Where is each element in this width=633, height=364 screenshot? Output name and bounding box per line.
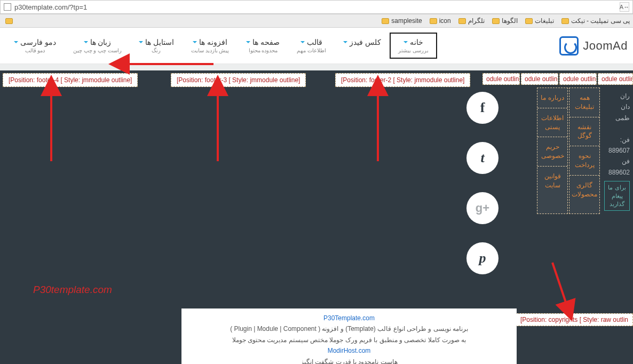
- footer-link[interactable]: همه تبلیغات: [569, 88, 599, 117]
- info-line: فن:: [604, 134, 630, 145]
- bookmarks-bar: پی سی تمپلیت - تیکت تبلیغات الگوها تلگرا…: [0, 14, 633, 28]
- bookmark-item[interactable]: پی سی تمپلیت - تیکت: [561, 17, 630, 25]
- chevron-down-icon: [403, 41, 408, 43]
- copyright-link[interactable]: ModirHost.com: [190, 345, 508, 356]
- footer-link[interactable]: قوانین سایت: [537, 167, 567, 195]
- nav-label: خانه: [410, 38, 423, 46]
- folder-icon[interactable]: [5, 18, 13, 24]
- footer-link[interactable]: نحوه پرداخت: [569, 146, 599, 176]
- footer-link[interactable]: اطلاعات پستی: [537, 108, 567, 138]
- nav-label: قالب: [307, 38, 322, 46]
- chevron-down-icon: [246, 41, 250, 43]
- folder-icon: [458, 18, 466, 24]
- svg-line-4: [552, 263, 567, 305]
- chevron-down-icon: [193, 41, 197, 43]
- bookmark-label: icon: [439, 17, 451, 25]
- copyright-link[interactable]: P30Template.com: [190, 313, 508, 323]
- bookmark-item[interactable]: samplesite: [382, 17, 422, 25]
- folder-icon: [561, 18, 569, 24]
- nav-label: زبان ها: [90, 38, 112, 46]
- nav-home[interactable]: خانه بررسی بیشتر: [390, 33, 437, 59]
- info-line: طمی: [604, 113, 630, 123]
- position-fragment: odule outlin: [598, 73, 633, 85]
- folder-icon: [492, 18, 500, 24]
- info-line: ران: [604, 91, 630, 101]
- url-text: p30template.com/?tp=1: [14, 3, 620, 11]
- nav-sub: پیش بازدید سایت: [191, 48, 230, 53]
- copyright-block: P30Template.com برنامه نویسی و طراحی انو…: [181, 308, 517, 364]
- footer-col-a: درباره ما اطلاعات پستی حریم خصوصی قوانین…: [537, 88, 568, 214]
- chevron-down-icon: [84, 41, 88, 43]
- bookmark-item[interactable]: icon: [430, 17, 451, 25]
- nav-demo[interactable]: دمو فارسی دمو قالب: [5, 33, 65, 59]
- position-fragment: odule outline: [521, 73, 558, 85]
- position-fragment: odule outline: [482, 73, 520, 85]
- info-line: 889607: [604, 145, 630, 156]
- googleplus-icon[interactable]: g+: [466, 192, 499, 224]
- folder-icon: [430, 18, 437, 24]
- spacer: [0, 64, 633, 70]
- footer-link[interactable]: حریم خصوصی: [537, 137, 567, 167]
- position-footer-4: [Position: footer-4 [ Style: jmmodule ou…: [3, 73, 138, 87]
- nav-sub: بررسی بیشتر: [398, 48, 429, 53]
- nav-label: افزونه ها: [199, 38, 227, 46]
- info-line: دان: [604, 101, 630, 112]
- nav-label: صفحه ها: [252, 38, 280, 46]
- copyright-line: برنامه نویسی و طراحی انواع قالب (Templat…: [190, 323, 508, 334]
- nav-label: دمو فارسی: [20, 38, 56, 46]
- copyright-line: هاست نامحدود با قدرت شگفت انگیز: [190, 357, 508, 364]
- position-footer-3: [Position: footer-3 [ Style: jmmodule ou…: [171, 73, 306, 87]
- chevron-down-icon: [343, 41, 347, 43]
- translate-icon[interactable]: A↔: [620, 2, 629, 12]
- bookmark-label: تلگرام: [468, 17, 485, 25]
- address-bar[interactable]: p30template.com/?tp=1 A↔: [0, 0, 633, 14]
- bookmark-item[interactable]: تبلیغات: [525, 17, 554, 25]
- nav-sub: رنگ: [139, 48, 174, 53]
- footer-links: ران دان طمی فن: 889607 فن 889602 برای ما…: [500, 88, 633, 214]
- footer-zone: [Position: footer-4 [ Style: jmmodule ou…: [0, 70, 633, 364]
- nav-label: کلس فیدز: [350, 38, 381, 46]
- folder-icon: [382, 18, 389, 24]
- nav-langs[interactable]: زبان ها راست چپ و چپ چین: [65, 33, 130, 59]
- logo-icon: [559, 36, 579, 56]
- facebook-icon[interactable]: f: [466, 92, 499, 124]
- pinterest-icon[interactable]: p: [466, 242, 499, 274]
- nav-sub: اطلاعات مهم: [297, 48, 326, 53]
- bookmark-item[interactable]: تلگرام: [458, 17, 485, 25]
- position-fragment: odule outline: [559, 73, 597, 85]
- chevron-down-icon: [300, 41, 305, 43]
- nav-sub: راست چپ و چپ چین: [73, 48, 122, 53]
- footer-link[interactable]: گالری محصولات: [569, 176, 599, 204]
- chevron-down-icon: [139, 41, 143, 43]
- nav-styles[interactable]: استایل ها رنگ: [130, 33, 183, 59]
- nav-extensions[interactable]: افزونه ها پیش بازدید سایت: [183, 33, 238, 59]
- copyright-line: به صورت کاملا تخصصی و منطبق با فریم ورک …: [190, 335, 508, 345]
- bookmark-item[interactable]: الگوها: [492, 17, 518, 25]
- folder-icon: [525, 18, 533, 24]
- info-line: 889602: [604, 167, 630, 178]
- nav-sub: محدوده محتوا: [246, 48, 280, 53]
- chevron-down-icon: [14, 41, 18, 43]
- position-fragments: odule outline odule outline odule outlin…: [482, 73, 633, 85]
- logo-text: JoomAd: [583, 39, 628, 53]
- footer-link[interactable]: نقشه گوگل: [569, 117, 599, 147]
- position-copyrights: [Position: copyrights [ Style: raw outli…: [516, 313, 633, 326]
- bookmark-label: پی سی تمپلیت - تیکت: [571, 17, 630, 25]
- main-nav: خانه بررسی بیشتر کلس فیدز قالب اطلاعات م…: [5, 33, 437, 59]
- social-column: f t g+ p: [466, 92, 499, 274]
- message-box[interactable]: برای ما پیغام گذارید: [604, 181, 630, 211]
- footer-link[interactable]: درباره ما: [537, 88, 567, 108]
- twitter-icon[interactable]: t: [466, 142, 499, 174]
- nav-label: استایل ها: [145, 38, 174, 46]
- nav-classified[interactable]: کلس فیدز: [335, 33, 390, 59]
- footer-col-b: همه تبلیغات نقشه گوگل نحوه پرداخت گالری …: [569, 88, 600, 214]
- bookmark-label: تبلیغات: [535, 17, 554, 25]
- position-footer-2: [Position: footer-2 [ Style: jmmodule ou…: [335, 73, 470, 87]
- watermark-text: P30template.com: [33, 284, 112, 296]
- nav-sub: دمو قالب: [14, 48, 56, 53]
- site-logo[interactable]: JoomAd: [559, 36, 628, 56]
- nav-pages[interactable]: صفحه ها محدوده محتوا: [238, 33, 288, 59]
- page-icon: [4, 3, 11, 11]
- contact-info: ران دان طمی فن: 889607 فن 889602 برای ما…: [601, 88, 633, 214]
- nav-template[interactable]: قالب اطلاعات مهم: [288, 33, 335, 59]
